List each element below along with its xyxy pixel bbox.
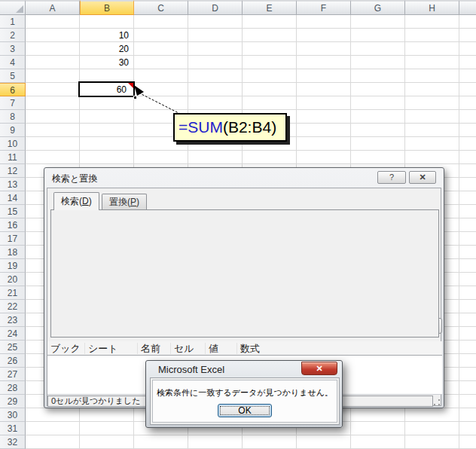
row-header-19[interactable]: 19 (0, 259, 26, 273)
fill-handle[interactable] (133, 96, 137, 99)
row-header-2[interactable]: 2 (0, 29, 26, 42)
cell-b4[interactable]: 30 (80, 56, 132, 69)
row-header-16[interactable]: 16 (0, 218, 26, 232)
column-header-a[interactable]: A (26, 0, 80, 15)
row-header-27[interactable]: 27 (0, 368, 26, 381)
row-header-1[interactable]: 1 (0, 15, 26, 29)
formula-function-text: =SUM (178, 118, 223, 136)
row-header-15[interactable]: 15 (0, 205, 26, 218)
column-header-g[interactable]: G (351, 0, 405, 15)
row-header-20[interactable]: 20 (0, 273, 26, 286)
row-header-25[interactable]: 25 (0, 341, 26, 354)
row-header-17[interactable]: 17 (0, 232, 26, 246)
row-header-3[interactable]: 3 (0, 42, 26, 56)
row-header-32[interactable]: 32 (0, 435, 26, 449)
message-panel: 検索条件に一致するデータが見つかりません。 OK (152, 380, 337, 423)
row-header-10[interactable]: 10 (0, 137, 26, 151)
results-col-sheet[interactable]: シート (85, 343, 138, 354)
row-header-5[interactable]: 5 (0, 69, 26, 83)
results-col-value[interactable]: 値 (206, 343, 237, 354)
comment-indicator-icon (128, 83, 133, 88)
column-header-c[interactable]: C (134, 0, 188, 15)
excel-worksheet: A B C D E F G H 123456789101112131415161… (0, 0, 476, 449)
column-header-b[interactable]: B (80, 0, 134, 15)
row-header-6[interactable]: 6 (0, 83, 26, 96)
column-header-f[interactable]: F (297, 0, 351, 15)
row-header-24[interactable]: 24 (0, 327, 26, 341)
tab-find[interactable]: 検索(D) (53, 192, 99, 210)
message-box-client: 検索条件に一致するデータが見つかりません。 OK (150, 377, 340, 425)
row-header-26[interactable]: 26 (0, 354, 26, 368)
column-headers: A B C D E F G H (26, 0, 476, 15)
results-col-book[interactable]: ブック (47, 343, 85, 354)
column-header-e[interactable]: E (243, 0, 297, 15)
formula-args-text: (B2:B4) (223, 118, 276, 136)
row-header-31[interactable]: 31 (0, 422, 26, 435)
formula-comment-callout: =SUM(B2:B4) (173, 113, 287, 142)
row-header-8[interactable]: 8 (0, 110, 26, 124)
row-headers: 1234567891011121314151617181920212223242… (0, 15, 26, 449)
results-col-formula[interactable]: 数式 (237, 343, 442, 354)
row-header-14[interactable]: 14 (0, 191, 26, 205)
row-header-9[interactable]: 9 (0, 124, 26, 137)
excel-message-box: Microsoft Excel ✕ 検索条件に一致するデータが見つかりません。 … (145, 360, 343, 428)
cell-b3[interactable]: 20 (80, 42, 132, 56)
row-header-7[interactable]: 7 (0, 96, 26, 110)
row-header-22[interactable]: 22 (0, 300, 26, 313)
close-icon[interactable]: ✕ (409, 171, 436, 184)
tab-replace[interactable]: 置換(P) (102, 194, 147, 210)
column-header-h[interactable]: H (405, 0, 459, 15)
row-header-30[interactable]: 30 (0, 408, 26, 422)
ok-button[interactable]: OK (218, 404, 272, 417)
close-icon[interactable]: ✕ (301, 362, 337, 375)
row-header-13[interactable]: 13 (0, 178, 26, 191)
results-col-cell[interactable]: セル (171, 343, 206, 354)
find-tab-page (50, 209, 439, 338)
row-header-21[interactable]: 21 (0, 286, 26, 300)
cell-b2[interactable]: 10 (80, 29, 132, 42)
row-header-18[interactable]: 18 (0, 246, 26, 259)
row-header-4[interactable]: 4 (0, 56, 26, 69)
row-header-11[interactable]: 11 (0, 151, 26, 164)
row-header-23[interactable]: 23 (0, 313, 26, 327)
row-header-28[interactable]: 28 (0, 381, 26, 395)
results-col-name[interactable]: 名前 (138, 343, 171, 354)
selection-border (78, 81, 135, 97)
message-box-title[interactable]: Microsoft Excel (158, 364, 224, 375)
results-header: ブック シート 名前 セル 値 数式 (47, 341, 442, 356)
column-header-partial[interactable] (459, 0, 476, 15)
help-icon[interactable]: ? (377, 171, 406, 184)
select-all-corner[interactable] (0, 0, 26, 15)
column-header-d[interactable]: D (188, 0, 243, 15)
row-header-29[interactable]: 29 (0, 395, 26, 408)
resize-grip[interactable] (433, 399, 441, 406)
row-header-12[interactable]: 12 (0, 164, 26, 178)
select-all-triangle-icon (16, 5, 23, 13)
message-text: 検索条件に一致するデータが見つかりません。 (153, 387, 337, 399)
